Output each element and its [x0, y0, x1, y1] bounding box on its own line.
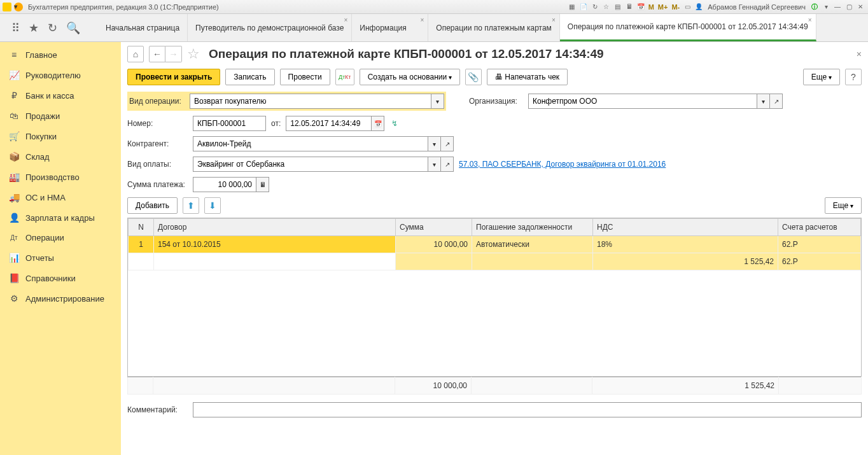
tab-guide[interactable]: Путеводитель по демонстрационной базе× — [188, 14, 352, 41]
add-row-button[interactable]: Добавить — [127, 197, 178, 214]
close-icon[interactable]: × — [808, 17, 812, 24]
tool-icon-3[interactable]: ↻ — [590, 2, 600, 12]
close-icon[interactable]: × — [344, 17, 347, 24]
comment-label: Комментарий: — [127, 405, 188, 414]
dropdown-icon[interactable]: ▾ — [428, 157, 441, 172]
sidebar-item-label: Главное — [25, 50, 57, 60]
forward-button[interactable]: → — [165, 46, 182, 62]
calendar-icon[interactable]: 📅 — [636, 2, 646, 12]
tab-home[interactable]: Начальная страница — [98, 14, 188, 41]
amount-input[interactable] — [193, 177, 256, 192]
number-label: Номер: — [127, 119, 188, 128]
move-down-button[interactable]: ⬇ — [204, 197, 221, 214]
col-sum[interactable]: Сумма — [396, 219, 472, 236]
sidebar-item-reports[interactable]: 📊Отчеты — [0, 248, 121, 268]
tool-icon-2[interactable]: 📄 — [578, 2, 589, 12]
tab-info[interactable]: Информация× — [352, 14, 428, 41]
search-icon[interactable]: 🔍 — [66, 21, 80, 35]
sidebar-item-production[interactable]: 🏭Производство — [0, 167, 121, 187]
minimize-icon[interactable]: — — [832, 2, 843, 12]
date-input[interactable] — [286, 116, 372, 131]
panel-icon[interactable]: ▭ — [682, 2, 692, 12]
favorite-icon[interactable]: ☆ — [601, 2, 612, 12]
user-name[interactable]: Абрамов Геннадий Сергеевич — [705, 3, 808, 11]
star-outline-icon[interactable]: ☆ — [187, 46, 200, 62]
sidebar-item-main[interactable]: ≡Главное — [0, 45, 121, 65]
open-icon[interactable]: ↗ — [441, 157, 454, 172]
more-button[interactable]: Еще — [803, 69, 840, 85]
col-repay[interactable]: Погашение задолженности — [472, 219, 593, 236]
content: ⌂ ← → ☆ Операция по платежной карте КПБП… — [121, 42, 868, 455]
attachment-button[interactable]: 📎 — [465, 69, 482, 85]
m-button[interactable]: M — [647, 2, 655, 12]
calendar-icon[interactable]: 📅 — [372, 116, 384, 131]
post-button[interactable]: Провести — [280, 69, 330, 85]
sidebar-item-manager[interactable]: 📈Руководителю — [0, 65, 121, 85]
op-type-input[interactable] — [190, 94, 431, 109]
close-icon[interactable]: ✕ — [855, 2, 865, 12]
print-check-button[interactable]: 🖶 Напечатать чек — [487, 69, 568, 85]
table-row[interactable]: 1 154 от 10.10.2015 10 000,00 Автоматиче… — [129, 236, 861, 253]
dropdown-icon[interactable]: ▾ — [431, 94, 444, 109]
sidebar-item-operations[interactable]: ДтОперации — [0, 228, 121, 248]
org-label: Организация: — [469, 97, 523, 106]
sidebar-item-admin[interactable]: ⚙Администрирование — [0, 288, 121, 309]
org-input[interactable] — [528, 94, 757, 109]
table-container: N Договор Сумма Погашение задолженности … — [127, 218, 862, 377]
truck-icon: 🚚 — [9, 192, 19, 202]
back-button[interactable]: ← — [149, 46, 165, 62]
dt-kt-button[interactable]: ДтКт — [335, 69, 354, 85]
open-icon[interactable]: ↗ — [770, 94, 783, 109]
post-and-close-button[interactable]: Провести и закрыть — [127, 69, 220, 85]
dropdown-icon[interactable]: ▾ — [428, 136, 441, 151]
sidebar-item-purchases[interactable]: 🛒Покупки — [0, 126, 121, 146]
move-up-button[interactable]: ⬆ — [183, 197, 199, 214]
sidebar-item-sales[interactable]: 🛍Продажи — [0, 106, 121, 126]
person-icon: 👤 — [9, 213, 19, 223]
history-icon[interactable]: ↻ — [48, 21, 57, 35]
maximize-icon[interactable]: ▢ — [844, 2, 854, 12]
m-minus-button[interactable]: M- — [670, 2, 681, 12]
col-vat[interactable]: НДС — [593, 219, 778, 236]
table-row[interactable]: 1 525,42 62.Р — [129, 253, 861, 270]
apps-icon[interactable]: ⠿ — [11, 21, 20, 35]
help-button[interactable]: ? — [845, 69, 862, 85]
cell-n: 1 — [129, 236, 154, 253]
home-button[interactable]: ⌂ — [127, 46, 144, 62]
tab-current-operation[interactable]: Операция по платежной карте КПБП-000001 … — [560, 14, 816, 41]
create-based-button[interactable]: Создать на основании — [360, 69, 460, 85]
sidebar-item-directories[interactable]: 📕Справочники — [0, 268, 121, 288]
sidebar-item-assets[interactable]: 🚚ОС и НМА — [0, 187, 121, 207]
info-icon[interactable]: ⓘ — [809, 2, 820, 12]
close-icon[interactable]: × — [552, 17, 556, 24]
gear-icon: ⚙ — [9, 293, 19, 304]
comment-input[interactable] — [193, 402, 862, 417]
tab-operations[interactable]: Операции по платежным картам× — [428, 14, 560, 41]
dropdown-icon[interactable]: ▾ — [14, 3, 23, 11]
calc-icon[interactable]: 🖩 — [256, 177, 269, 192]
contractor-input[interactable] — [193, 136, 428, 151]
sidebar-item-bank[interactable]: ₽Банк и касса — [0, 85, 121, 106]
sidebar-item-label: ОС и НМА — [25, 193, 66, 202]
sidebar-item-hr[interactable]: 👤Зарплата и кадры — [0, 207, 121, 228]
calc-icon[interactable]: 🖩 — [624, 2, 634, 12]
sidebar-item-warehouse[interactable]: 📦Склад — [0, 146, 121, 167]
close-icon[interactable]: × — [420, 17, 424, 24]
table-more-button[interactable]: Еще — [825, 197, 862, 214]
open-icon[interactable]: ↗ — [441, 136, 454, 151]
pay-link[interactable]: 57.03, ПАО СБЕРБАНК, Договор эквайринга … — [459, 160, 666, 169]
tool-icon-4[interactable]: ▤ — [613, 2, 623, 12]
close-page-icon[interactable]: × — [857, 49, 862, 59]
sidebar-item-label: Банк и касса — [25, 91, 74, 101]
save-button[interactable]: Записать — [225, 69, 274, 85]
pay-type-input[interactable] — [193, 157, 428, 172]
col-n[interactable]: N — [129, 219, 154, 236]
number-input[interactable] — [193, 116, 266, 131]
col-contract[interactable]: Договор — [154, 219, 396, 236]
m-plus-button[interactable]: M+ — [657, 2, 669, 12]
star-icon[interactable]: ★ — [29, 21, 39, 35]
dropdown-icon[interactable]: ▾ — [757, 94, 770, 109]
info-drop-icon[interactable]: ▾ — [821, 2, 831, 12]
tool-icon-1[interactable]: ▦ — [567, 2, 577, 12]
col-accounts[interactable]: Счета расчетов — [778, 219, 861, 236]
